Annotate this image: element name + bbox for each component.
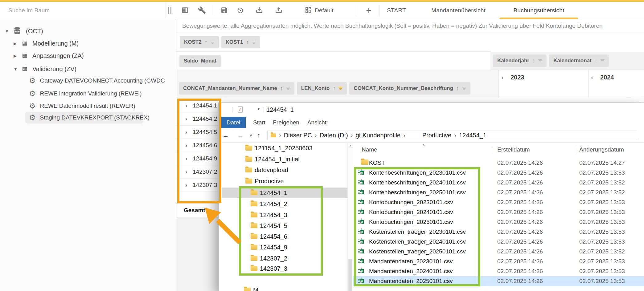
file-row-kostenstellen-2025[interactable]: Xa Kostenstellen_traeger_20250101.csv 02…	[353, 247, 644, 257]
pivot-row-142307-2[interactable]: ›142307 2	[176, 165, 221, 179]
expand-chevron-icon[interactable]: ›	[591, 74, 593, 81]
chevron-down-icon[interactable]: ▼	[14, 67, 19, 71]
save-button[interactable]	[219, 6, 229, 15]
field-chip-concat-mandanten[interactable]: CONCAT_Mandanten_Nummer_Name ↑	[179, 82, 294, 95]
column-divider[interactable]	[493, 146, 493, 154]
file-row-kost[interactable]: KOST 02.07.2025 14:26 02.07.2025 14:27	[353, 158, 644, 168]
layout-default-button[interactable]: Default	[305, 6, 333, 15]
scroll-up-icon[interactable]: ∧	[348, 144, 353, 148]
nav-folder-124454-2[interactable]: 124454_2	[219, 199, 347, 209]
breadcrumb-dieser-pc[interactable]: Dieser PC	[284, 132, 312, 139]
download-button[interactable]	[255, 6, 264, 15]
nav-folder-124454-6[interactable]: 124454_6	[219, 231, 347, 242]
field-chip-len-konto[interactable]: LEN_Konto ↑	[297, 82, 347, 95]
tree-item-gateway-datevconnect[interactable]: ⚙ Gateway DATEVCONNECT.Accounting (GWDC	[0, 75, 176, 86]
file-row-kostenstellen-2023[interactable]: Xa Kostenstellen_traeger_20230101.csv 02…	[353, 227, 644, 237]
file-row-kontobuchungen-2023[interactable]: Xa Kontobuchungen_20230101.csv 02.07.202…	[353, 197, 644, 207]
tab-mandantenuebersicht[interactable]: Mandantenübersicht	[427, 2, 490, 19]
expand-chevron-icon[interactable]: ›	[185, 168, 187, 175]
field-chip-kalendermonat[interactable]: Kalendermonat ↑	[549, 55, 609, 67]
field-chip-saldo-monat[interactable]: Saldo_Monat	[179, 55, 221, 67]
breadcrumb-productive[interactable]: Productive	[422, 132, 452, 139]
breadcrumb-daten-d[interactable]: Daten (D:)	[319, 132, 348, 139]
breadcrumb-gt-kundenprofile[interactable]: gt.Kundenprofile	[355, 132, 400, 139]
column-header-name[interactable]: Name	[362, 146, 377, 153]
tree-item-staging-datevkrexport[interactable]: ⚙ Staging DATEVKREXPORT (STAGKREX)	[0, 112, 176, 123]
filter-icon[interactable]	[286, 87, 290, 90]
file-row-kontenbeschriftungen-2024[interactable]: Xa Kontenbeschriftungen_20240101.csv 02.…	[353, 178, 644, 188]
filter-active-icon[interactable]	[338, 87, 343, 90]
tree-item-validierung[interactable]: ▼ Validierung (ZV)	[0, 63, 176, 75]
file-row-mandantendaten-2024[interactable]: Xa Mandantendaten_20240101.csv 02.07.202…	[353, 266, 644, 276]
filter-icon[interactable]	[538, 59, 542, 62]
tree-item-oct[interactable]: ▼ (OCT)	[0, 26, 176, 37]
pivot-row-142307-3[interactable]: ›142307 3	[176, 179, 221, 192]
history-button[interactable]	[236, 6, 245, 15]
sort-asc-icon[interactable]: ↑	[595, 58, 597, 64]
nav-folder-productive[interactable]: Productive	[219, 176, 347, 186]
tree-item-modellierung[interactable]: ▶ Modellierung (M)	[0, 38, 176, 49]
settings-wrench-button[interactable]	[197, 6, 207, 15]
expand-chevron-icon[interactable]: ›	[501, 74, 503, 81]
recent-locations-icon[interactable]: ∨	[249, 128, 252, 143]
file-row-kontobuchungen-2024[interactable]: Xa Kontobuchungen_20240101.csv 02.07.202…	[353, 207, 644, 217]
chevron-right-icon[interactable]: ▶	[14, 54, 19, 58]
expand-chevron-icon[interactable]: ›	[185, 129, 187, 135]
file-row-kontobuchungen-2025[interactable]: Xa Kontobuchungen_20250101.csv 02.07.202…	[353, 217, 644, 227]
upload-button[interactable]	[274, 6, 283, 15]
file-row-mandantendaten-2025-selected[interactable]: Xa Mandantendaten_20250101.csv 02.07.202…	[353, 276, 644, 286]
forward-arrow-icon[interactable]: →	[237, 128, 244, 143]
field-chip-kost2[interactable]: KOST2 ↑	[180, 36, 219, 48]
expand-chevron-icon[interactable]: ›	[185, 155, 187, 162]
column-header-aenderungsdatum[interactable]: Änderungsdatum	[579, 146, 624, 153]
nav-folder-121154-1-20250603[interactable]: 121154_1_20250603	[219, 143, 347, 153]
nav-pane-scrollbar[interactable]: ∧	[347, 143, 353, 291]
checkmark-document-icon[interactable]: ✓	[238, 106, 243, 113]
pivot-row-124454-9[interactable]: ›124454 9	[176, 152, 221, 165]
file-row-kontenbeschriftungen-2023[interactable]: Xa Kontenbeschriftungen_20230101.csv 02.…	[353, 168, 644, 178]
nav-folder-124454-3[interactable]: 124454_3	[219, 210, 347, 220]
expand-chevron-icon[interactable]: ›	[185, 115, 187, 122]
add-view-button[interactable]: +	[363, 4, 375, 17]
tree-item-anpassungen[interactable]: ▶ Anpassungen (ZA)	[0, 50, 176, 61]
nav-folder-124454-9[interactable]: 124454_9	[219, 242, 347, 253]
nav-folder-124454-5[interactable]: 124454_5	[219, 220, 347, 231]
quick-access-caret-icon[interactable]: ▾	[258, 107, 260, 111]
expand-chevron-icon[interactable]: ›	[185, 142, 187, 149]
nav-folder-142307-3[interactable]: 142307_3	[219, 263, 347, 274]
ribbon-tab-start[interactable]: Start	[248, 117, 270, 128]
pivot-row-124454-6[interactable]: ›124454 6	[176, 139, 221, 152]
pivot-row-124454-2[interactable]: ›124454 2	[176, 112, 221, 126]
tree-item-rewe-datenmodell[interactable]: ⚙ REWE Datenmodell result (REWER)	[0, 100, 176, 111]
column-header-erstelldatum[interactable]: Erstelldatum	[497, 146, 530, 153]
file-row-mandantendaten-2023[interactable]: Xa Mandantendaten_20230101.csv 02.07.202…	[353, 257, 644, 266]
sort-asc-icon[interactable]: ↑	[532, 58, 535, 64]
sidebar-toggle-button[interactable]	[180, 6, 190, 15]
file-row-kontenbeschriftungen-2025[interactable]: Xa Kontenbeschriftungen_20250101.csv 02.…	[353, 188, 644, 197]
year-cell-2023[interactable]: › 2023	[498, 70, 589, 98]
ribbon-tab-ansicht[interactable]: Ansicht	[305, 117, 329, 128]
explorer-titlebar[interactable]: ✓ ▾ 124454_1	[219, 103, 644, 117]
sort-asc-icon[interactable]: ↑	[205, 39, 207, 46]
expand-chevron-icon[interactable]: ›	[185, 182, 187, 188]
nav-folder-datevupload[interactable]: datevupload	[219, 165, 347, 175]
field-chip-concat-konto[interactable]: CONCAT_Konto_Nummer_Beschriftung ↑	[349, 82, 470, 95]
field-chip-kalenderjahr[interactable]: Kalenderjahr ↑	[493, 55, 547, 67]
year-cell-2024[interactable]: › 2024	[589, 70, 644, 98]
nav-folder-142307-2[interactable]: 142307_2	[219, 253, 347, 264]
column-divider[interactable]	[575, 146, 575, 154]
up-arrow-icon[interactable]: ↑	[257, 128, 260, 143]
ribbon-tab-datei[interactable]: Datei	[221, 117, 246, 128]
file-row-kostenstellen-2024[interactable]: Xa Kostenstellen_traeger_20240101.csv 02…	[353, 237, 644, 247]
filter-icon[interactable]	[462, 87, 466, 90]
breadcrumb-124454-1[interactable]: 124454_1	[459, 132, 486, 139]
nav-folder-124454-1[interactable]: 124454_1	[219, 188, 347, 198]
filter-icon[interactable]	[252, 41, 256, 44]
expand-chevron-icon[interactable]: ›	[185, 102, 187, 109]
sort-asc-icon[interactable]: ↑	[246, 39, 249, 46]
search-input[interactable]	[0, 2, 166, 19]
chevron-down-icon[interactable]: ▼	[5, 29, 10, 34]
tab-start[interactable]: START	[384, 2, 409, 19]
address-breadcrumb-box[interactable]: › Dieser PC › Daten (D:) › gt.Kundenprof…	[267, 131, 637, 140]
ribbon-tab-freigeben[interactable]: Freigeben	[272, 117, 301, 128]
